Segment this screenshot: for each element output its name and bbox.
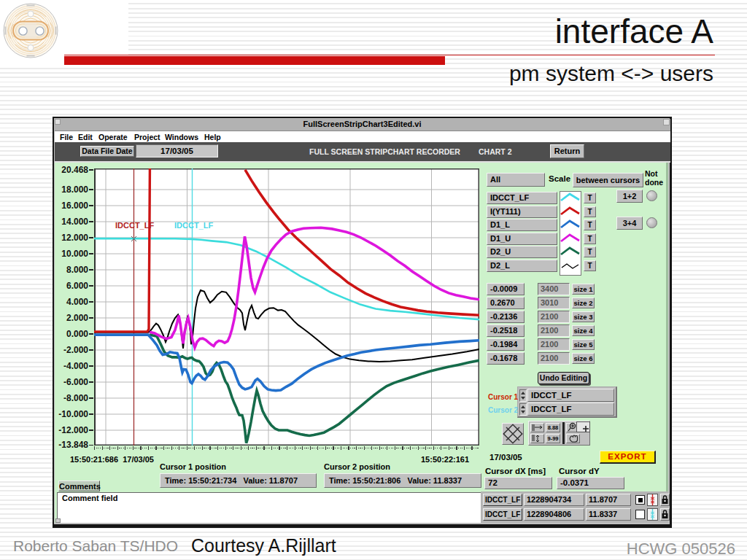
svg-text:IDCCT_LF: IDCCT_LF (115, 221, 154, 230)
svg-text:IDCCT_LF: IDCCT_LF (174, 221, 213, 230)
